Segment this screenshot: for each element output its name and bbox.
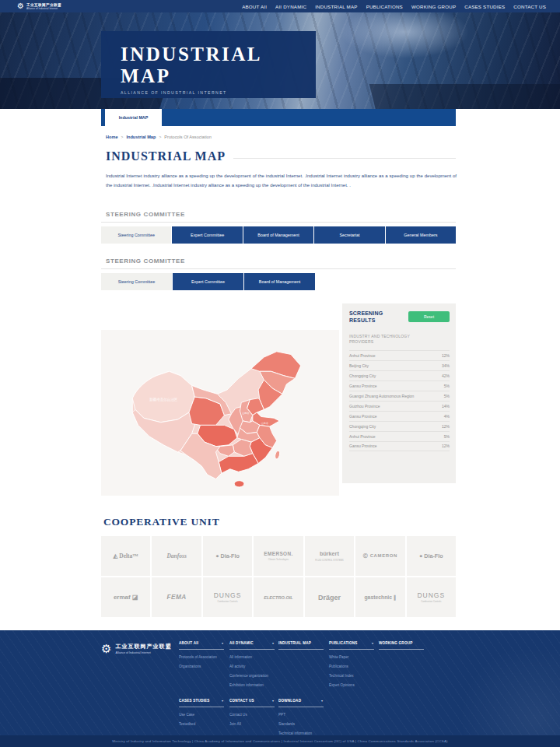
screening-row-name: Gansu Province bbox=[349, 444, 377, 448]
screening-row-value: 12% bbox=[442, 444, 450, 448]
screening-row-name: Chongqing City bbox=[349, 424, 376, 429]
screening-row-name: Chongqing City bbox=[349, 374, 376, 378]
divider bbox=[233, 158, 456, 159]
logo-subtext: Combustion Controls bbox=[421, 600, 441, 603]
footer-link-technical-index[interactable]: Technical Index bbox=[329, 674, 374, 678]
divider bbox=[101, 222, 456, 223]
nav-industrial-map[interactable]: INDUSTRIAL MAP bbox=[315, 4, 357, 9]
footer-col-title-working-group[interactable]: WORKING GROUP bbox=[379, 641, 424, 650]
chevron-down-icon: ▼ bbox=[221, 700, 224, 703]
logo-text: ● Dia-Flo bbox=[419, 552, 443, 559]
footer-link-white-paper[interactable]: White Paper bbox=[329, 655, 374, 659]
footer-link-ppt[interactable]: PPT bbox=[278, 713, 324, 717]
footer-link-conference-organization[interactable]: Conference organization bbox=[229, 674, 275, 678]
footer-link-expert-opinions[interactable]: Expert Opinions bbox=[329, 683, 374, 687]
gear-logo-icon: ⚙ bbox=[17, 2, 24, 10]
footer-link-use-case[interactable]: Use Case bbox=[179, 713, 224, 717]
china-map: 新疆维吾尔自治区 山西省 山东省 bbox=[107, 335, 333, 490]
breadcrumb-separator: > bbox=[121, 135, 124, 139]
screening-row-value: 12% bbox=[442, 353, 450, 358]
screening-results-panel: SCREENING RESULTS Reset INDUSTRY AND TEC… bbox=[342, 303, 456, 483]
footer-col-label: PUBLICATIONS bbox=[329, 641, 358, 645]
committee-tabs: Steering CommitteeExpert CommitteeBoard … bbox=[101, 226, 456, 244]
screening-row-name: Gansu Province bbox=[349, 414, 377, 419]
footer-logo-cn: 工业互联网产业联盟 bbox=[115, 643, 171, 651]
province-hainan[interactable] bbox=[234, 481, 244, 487]
screening-row-value: 14% bbox=[442, 404, 450, 409]
screening-row-value: 5% bbox=[444, 434, 450, 439]
footer-link-join-aii[interactable]: Join AII bbox=[229, 722, 275, 726]
footer-link-protocols-of-association[interactable]: Protocols of Association bbox=[179, 655, 224, 659]
header-logo[interactable]: ⚙ 工业互联网产业联盟 Alliance of Industrial Inter… bbox=[17, 2, 61, 10]
nav-aii-dynamic[interactable]: AII DYNAMIC bbox=[275, 4, 306, 9]
tab-steering-committee[interactable]: Steering Committee bbox=[101, 273, 172, 290]
breadcrumb-separator: > bbox=[159, 135, 161, 139]
footer-bottom-bar: Ministry of Industry and Information Tec… bbox=[0, 735, 560, 747]
province-taiwan[interactable] bbox=[275, 451, 281, 460]
footer-link-all-activity[interactable]: All activity bbox=[229, 665, 275, 668]
footer-link-organizations[interactable]: Organizations bbox=[179, 665, 224, 668]
footer-logo-en: Alliance of Industrial Internet bbox=[115, 651, 171, 654]
footer-col-contact-us: CONTACT US▼Contact UsJoin AII bbox=[229, 699, 275, 726]
logo-text: ◭ Delta™ bbox=[114, 552, 138, 559]
tab-secretariat[interactable]: Secretariat bbox=[314, 226, 384, 244]
chevron-down-icon: ▼ bbox=[371, 642, 374, 645]
hero-title: INDUSTRIAL MAP bbox=[121, 44, 316, 87]
nav-cases-studies[interactable]: CASES STUDIES bbox=[464, 4, 505, 9]
logo-text: gastechnic ∥ bbox=[364, 594, 396, 601]
screening-row: Guangxi Zhuang Autonomous Region5% bbox=[349, 391, 450, 401]
footer-col-about-aii: ABOUT AII▼Protocols of AssociationOrgani… bbox=[179, 641, 224, 668]
screening-row: Gansu Province12% bbox=[349, 441, 450, 451]
tab-expert-committee[interactable]: Expert Committee bbox=[173, 273, 243, 290]
committee-tabs: Steering CommitteeExpert CommitteeBoard … bbox=[101, 273, 315, 290]
footer-link-standards[interactable]: Standards bbox=[278, 722, 324, 726]
footer-col-working-group: WORKING GROUP bbox=[379, 641, 424, 650]
footer-link-testedbed[interactable]: Testedbed bbox=[179, 722, 224, 726]
footer-link-exhibition-information[interactable]: Exhibition information bbox=[229, 683, 275, 687]
footer-link-contact-us[interactable]: Contact Us bbox=[229, 713, 275, 717]
footer-col-label: ABOUT AII bbox=[179, 641, 198, 645]
screening-row-name: Beijing City bbox=[349, 363, 369, 368]
screening-row-value: 5% bbox=[444, 384, 450, 388]
partner-logo-draeger: Dräger bbox=[305, 577, 354, 617]
tab-board-of-management[interactable]: Board of Management bbox=[244, 273, 315, 290]
footer-link-all-information[interactable]: All information bbox=[229, 655, 275, 659]
footer: ⚙ 工业互联网产业联盟 Alliance of Industrial Inter… bbox=[0, 630, 560, 735]
partner-logo-dungs: DUNGSCombustion Controls bbox=[203, 577, 252, 617]
footer-col-title-industrial-map[interactable]: INDUSTRIAL MAP bbox=[278, 641, 324, 650]
tab-board-of-management[interactable]: Board of Management bbox=[243, 226, 313, 244]
footer-col-title-about-aii[interactable]: ABOUT AII▼ bbox=[179, 641, 224, 650]
tab-general-members[interactable]: General Members bbox=[386, 226, 456, 244]
partner-logo-emerson: EMERSON.Climate Technologies bbox=[254, 536, 303, 576]
logo-text: ermaf ◪ bbox=[114, 594, 138, 601]
nav-publications[interactable]: PUBLICATIONS bbox=[366, 4, 403, 9]
screening-row-value: 12% bbox=[442, 424, 450, 429]
footer-col-title-contact-us[interactable]: CONTACT US▼ bbox=[229, 699, 275, 707]
tab-steering-committee[interactable]: Steering Committee bbox=[101, 226, 171, 244]
gear-logo-icon: ⚙ bbox=[101, 643, 111, 654]
screening-row: Anhui Province12% bbox=[349, 350, 450, 360]
hero-subtitle: ALLIANCE OF INDUSTRIAL INTERNET bbox=[121, 90, 316, 95]
screening-row-value: 4% bbox=[444, 414, 450, 419]
logo-text: Ⓒ CAMERON bbox=[363, 552, 397, 559]
nav-contact-us[interactable]: CONTACT US bbox=[513, 4, 546, 9]
footer-col-label: WORKING GROUP bbox=[379, 641, 412, 645]
logo-subtext: Climate Technologies bbox=[268, 558, 289, 561]
tab-industrial-map[interactable]: Industrial MAP bbox=[105, 109, 162, 126]
breadcrumb: Home>Industrial Map>Protocols Of Associa… bbox=[106, 135, 212, 139]
logo-text-cn: 工业互联网产业联盟 bbox=[26, 3, 61, 7]
chevron-down-icon: ▼ bbox=[271, 700, 275, 703]
reset-button[interactable]: Reset bbox=[408, 311, 450, 322]
footer-col-title-cases-studies[interactable]: CASES STUDIES▼ bbox=[179, 699, 224, 707]
footer-col-title-aii-dynamic[interactable]: AII DYNAMIC▼ bbox=[229, 641, 275, 650]
breadcrumb-home[interactable]: Home bbox=[106, 135, 118, 139]
breadcrumb-industrial-map[interactable]: Industrial Map bbox=[126, 135, 156, 139]
tab-expert-committee[interactable]: Expert Committee bbox=[172, 226, 242, 244]
footer-link-publications[interactable]: Publications bbox=[329, 665, 374, 668]
nav-about-aii[interactable]: ABOUT AII bbox=[242, 4, 267, 9]
footer-col-title-download[interactable]: DOWNLOAD▼ bbox=[278, 699, 324, 707]
footer-col-title-publications[interactable]: PUBLICATIONS▼ bbox=[329, 641, 374, 650]
nav-working-group[interactable]: WORKING GROUP bbox=[411, 4, 456, 9]
map-label-shanxi: 山西省 bbox=[242, 412, 250, 415]
partner-logo-danfoss: Danfoss bbox=[152, 536, 201, 576]
